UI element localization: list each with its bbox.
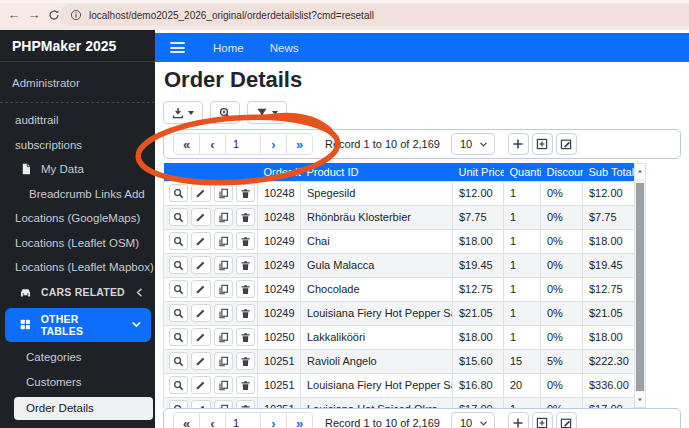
- scrollbar-thumb[interactable]: [636, 183, 644, 391]
- brand-title[interactable]: PHPMaker 2025: [0, 30, 155, 62]
- pencil-icon: [195, 356, 206, 367]
- copy-button[interactable]: [214, 256, 233, 274]
- sidebar-item-audittrail[interactable]: audittrail: [0, 108, 155, 133]
- previous-page-button[interactable]: ‹: [199, 133, 226, 155]
- sidebar-group-other-tables[interactable]: OTHER TABLES: [5, 308, 151, 342]
- last-page-button[interactable]: »: [286, 412, 313, 428]
- sidebar-item-breadcrumb-links-add[interactable]: Breadcrumb Links Add: [0, 182, 155, 207]
- copy-button[interactable]: [214, 304, 233, 322]
- export-button[interactable]: [163, 101, 203, 124]
- next-page-button[interactable]: ›: [260, 412, 287, 428]
- scroll-up-arrow-icon[interactable]: [635, 164, 645, 179]
- edit-button[interactable]: [191, 352, 210, 370]
- browser-back-button[interactable]: ←: [4, 3, 24, 27]
- delete-button[interactable]: [236, 184, 255, 202]
- view-button[interactable]: [169, 376, 188, 394]
- plus-icon: [512, 417, 524, 428]
- view-button[interactable]: [169, 400, 188, 408]
- view-button[interactable]: [169, 304, 188, 322]
- sidebar-item-locations-leaflet-osm[interactable]: Locations (Leaflet OSM): [0, 231, 155, 256]
- view-button[interactable]: [169, 328, 188, 346]
- filter-button[interactable]: [247, 101, 287, 124]
- scroll-down-arrow-icon[interactable]: [635, 392, 645, 407]
- delete-button[interactable]: [236, 328, 255, 346]
- sidebar-item-my-data[interactable]: My Data: [0, 157, 155, 182]
- search-button[interactable]: [210, 101, 240, 124]
- edit-button[interactable]: [191, 256, 210, 274]
- delete-button[interactable]: [236, 256, 255, 274]
- grid-add-button[interactable]: [532, 133, 553, 155]
- page-number-input[interactable]: [225, 133, 261, 155]
- sidebar-item-customers[interactable]: Customers: [0, 370, 155, 395]
- sidebar-item-locations-leaflet-mapbox[interactable]: Locations (Leaflet Mapbox): [0, 255, 155, 280]
- header-product-id[interactable]: Product ID: [301, 163, 453, 181]
- copy-button[interactable]: [214, 184, 233, 202]
- nav-link-home[interactable]: Home: [213, 42, 244, 54]
- header-order-id[interactable]: Order ID: [258, 163, 301, 181]
- edit-button[interactable]: [191, 184, 210, 202]
- delete-button[interactable]: [236, 280, 255, 298]
- pencil-icon: [195, 236, 206, 247]
- copy-button[interactable]: [214, 208, 233, 226]
- header-discount[interactable]: Discount: [541, 163, 583, 181]
- cell-discount: 5%: [541, 349, 583, 373]
- view-button[interactable]: [169, 352, 188, 370]
- edit-button[interactable]: [191, 208, 210, 226]
- last-page-button[interactable]: »: [286, 133, 313, 155]
- delete-button[interactable]: [236, 400, 255, 408]
- edit-button[interactable]: [191, 376, 210, 394]
- sidebar-item-order-details[interactable]: Order Details: [14, 397, 153, 420]
- delete-button[interactable]: [236, 352, 255, 370]
- first-page-button[interactable]: «: [173, 412, 200, 428]
- view-button[interactable]: [169, 232, 188, 250]
- vertical-scrollbar[interactable]: [634, 163, 646, 408]
- edit-button[interactable]: [191, 304, 210, 322]
- copy-button[interactable]: [214, 232, 233, 250]
- header-quantity[interactable]: Quantity: [504, 163, 541, 181]
- plus-square-icon: [536, 417, 548, 428]
- delete-button[interactable]: [236, 304, 255, 322]
- browser-forward-button[interactable]: →: [24, 3, 44, 27]
- header-sub-total[interactable]: Sub Total: [583, 163, 635, 181]
- grid-edit-button[interactable]: [556, 412, 577, 428]
- delete-button[interactable]: [236, 232, 255, 250]
- add-button[interactable]: [508, 133, 529, 155]
- delete-button[interactable]: [236, 208, 255, 226]
- sidebar-group-cars-related[interactable]: CARS RELATED: [0, 280, 155, 305]
- page-number-input[interactable]: [225, 412, 261, 428]
- add-button[interactable]: [508, 412, 529, 428]
- sidebar-item-locations-googlemaps[interactable]: Locations (GoogleMaps): [0, 206, 155, 231]
- grid-add-button[interactable]: [532, 412, 553, 428]
- copy-button[interactable]: [214, 352, 233, 370]
- header-unit-price[interactable]: Unit Price: [453, 163, 504, 181]
- sidebar-item-subscriptions[interactable]: subscriptions: [0, 133, 155, 158]
- view-button[interactable]: [169, 280, 188, 298]
- previous-page-button[interactable]: ‹: [199, 412, 226, 428]
- cell-quantity: 15: [504, 349, 541, 373]
- page-size-select[interactable]: 10: [451, 412, 495, 428]
- address-bar[interactable]: localhost/demo2025_2026_original/orderde…: [60, 4, 689, 26]
- edit-button[interactable]: [191, 232, 210, 250]
- first-page-button[interactable]: «: [173, 133, 200, 155]
- copy-button[interactable]: [214, 280, 233, 298]
- delete-button[interactable]: [236, 376, 255, 394]
- view-button[interactable]: [169, 256, 188, 274]
- copy-button[interactable]: [214, 400, 233, 408]
- edit-button[interactable]: [191, 280, 210, 298]
- view-button[interactable]: [169, 208, 188, 226]
- cell-quantity: 1: [504, 205, 541, 229]
- copy-button[interactable]: [214, 328, 233, 346]
- nav-link-news[interactable]: News: [270, 42, 299, 54]
- edit-button[interactable]: [191, 328, 210, 346]
- next-page-button[interactable]: ›: [260, 133, 287, 155]
- hamburger-menu-icon[interactable]: [170, 42, 185, 53]
- sidebar-item-categories[interactable]: Categories: [0, 345, 155, 370]
- sidebar-user[interactable]: Administrator: [0, 62, 155, 102]
- page-size-select[interactable]: 10: [451, 133, 495, 155]
- copy-button[interactable]: [214, 376, 233, 394]
- view-button[interactable]: [169, 184, 188, 202]
- sidebar-item-orders[interactable]: Orders: [0, 422, 155, 428]
- reload-icon: [48, 9, 60, 21]
- grid-edit-button[interactable]: [556, 133, 577, 155]
- edit-button[interactable]: [191, 400, 210, 408]
